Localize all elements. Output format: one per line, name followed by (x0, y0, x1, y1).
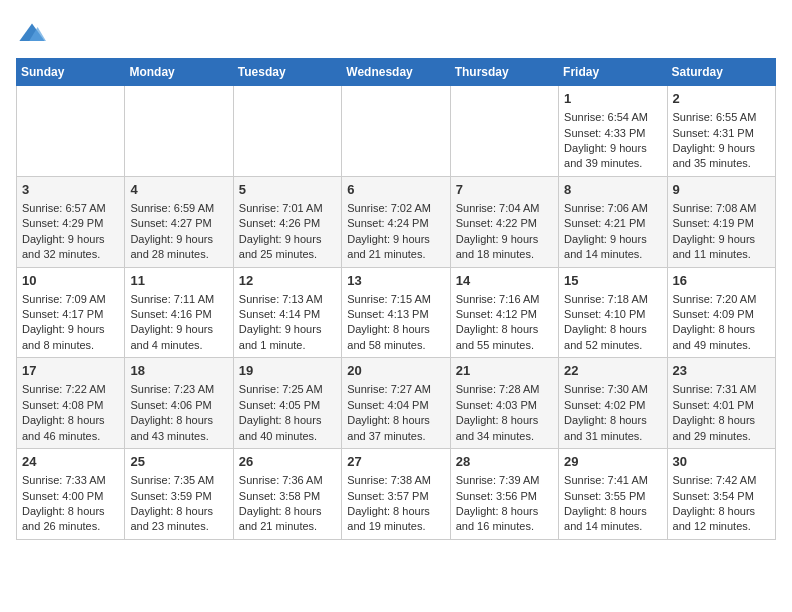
day-info: and 55 minutes. (456, 338, 553, 353)
day-info: and 28 minutes. (130, 247, 227, 262)
day-info: and 39 minutes. (564, 156, 661, 171)
day-info: Sunset: 4:12 PM (456, 307, 553, 322)
day-info: Sunset: 4:05 PM (239, 398, 336, 413)
day-info: Sunrise: 7:09 AM (22, 292, 119, 307)
day-info: Sunset: 4:01 PM (673, 398, 770, 413)
day-info: and 14 minutes. (564, 247, 661, 262)
day-number: 20 (347, 362, 444, 380)
day-number: 26 (239, 453, 336, 471)
day-info: Daylight: 8 hours (239, 413, 336, 428)
calendar-day-cell: 6Sunrise: 7:02 AMSunset: 4:24 PMDaylight… (342, 176, 450, 267)
day-info: and 52 minutes. (564, 338, 661, 353)
day-info: and 18 minutes. (456, 247, 553, 262)
day-number: 30 (673, 453, 770, 471)
calendar-day-cell: 18Sunrise: 7:23 AMSunset: 4:06 PMDayligh… (125, 358, 233, 449)
calendar-week-row: 24Sunrise: 7:33 AMSunset: 4:00 PMDayligh… (17, 449, 776, 540)
day-info: Daylight: 8 hours (347, 413, 444, 428)
logo (16, 20, 46, 48)
day-info: Sunrise: 6:54 AM (564, 110, 661, 125)
day-info: Sunset: 4:06 PM (130, 398, 227, 413)
day-info: and 29 minutes. (673, 429, 770, 444)
day-info: Sunrise: 7:15 AM (347, 292, 444, 307)
day-info: Sunset: 4:22 PM (456, 216, 553, 231)
day-info: Sunrise: 7:22 AM (22, 382, 119, 397)
day-info: Daylight: 8 hours (564, 322, 661, 337)
calendar-header-tuesday: Tuesday (233, 59, 341, 86)
day-info: and 32 minutes. (22, 247, 119, 262)
day-number: 6 (347, 181, 444, 199)
day-info: Daylight: 8 hours (130, 413, 227, 428)
day-number: 15 (564, 272, 661, 290)
day-info: Sunrise: 7:02 AM (347, 201, 444, 216)
day-info: Sunrise: 7:33 AM (22, 473, 119, 488)
day-number: 7 (456, 181, 553, 199)
calendar-day-cell: 30Sunrise: 7:42 AMSunset: 3:54 PMDayligh… (667, 449, 775, 540)
day-info: Sunset: 4:27 PM (130, 216, 227, 231)
day-info: Daylight: 8 hours (22, 413, 119, 428)
day-info: Sunrise: 7:31 AM (673, 382, 770, 397)
day-info: and 12 minutes. (673, 519, 770, 534)
calendar-day-cell: 5Sunrise: 7:01 AMSunset: 4:26 PMDaylight… (233, 176, 341, 267)
calendar-day-cell: 25Sunrise: 7:35 AMSunset: 3:59 PMDayligh… (125, 449, 233, 540)
day-info: Sunset: 4:19 PM (673, 216, 770, 231)
day-info: Sunset: 3:55 PM (564, 489, 661, 504)
calendar-day-cell: 17Sunrise: 7:22 AMSunset: 4:08 PMDayligh… (17, 358, 125, 449)
day-info: and 37 minutes. (347, 429, 444, 444)
day-info: Daylight: 8 hours (564, 413, 661, 428)
calendar-day-cell: 8Sunrise: 7:06 AMSunset: 4:21 PMDaylight… (559, 176, 667, 267)
day-info: Sunset: 3:56 PM (456, 489, 553, 504)
calendar-day-cell: 23Sunrise: 7:31 AMSunset: 4:01 PMDayligh… (667, 358, 775, 449)
day-info: and 1 minute. (239, 338, 336, 353)
day-info: Daylight: 9 hours (347, 232, 444, 247)
day-number: 4 (130, 181, 227, 199)
calendar-day-cell: 28Sunrise: 7:39 AMSunset: 3:56 PMDayligh… (450, 449, 558, 540)
calendar-day-cell: 13Sunrise: 7:15 AMSunset: 4:13 PMDayligh… (342, 267, 450, 358)
calendar-header-thursday: Thursday (450, 59, 558, 86)
day-info: Sunrise: 7:39 AM (456, 473, 553, 488)
day-number: 19 (239, 362, 336, 380)
day-info: Sunset: 4:00 PM (22, 489, 119, 504)
day-info: Sunset: 4:26 PM (239, 216, 336, 231)
day-info: and 19 minutes. (347, 519, 444, 534)
day-info: Sunset: 3:57 PM (347, 489, 444, 504)
day-info: Sunset: 4:33 PM (564, 126, 661, 141)
day-info: and 34 minutes. (456, 429, 553, 444)
day-info: Sunrise: 7:25 AM (239, 382, 336, 397)
calendar-day-cell: 26Sunrise: 7:36 AMSunset: 3:58 PMDayligh… (233, 449, 341, 540)
day-info: Daylight: 9 hours (239, 322, 336, 337)
day-info: and 35 minutes. (673, 156, 770, 171)
day-number: 3 (22, 181, 119, 199)
day-info: Daylight: 9 hours (130, 322, 227, 337)
day-info: Sunset: 3:58 PM (239, 489, 336, 504)
day-number: 14 (456, 272, 553, 290)
day-info: Daylight: 9 hours (564, 141, 661, 156)
calendar-header-monday: Monday (125, 59, 233, 86)
calendar-day-cell (17, 86, 125, 177)
day-info: Daylight: 9 hours (22, 322, 119, 337)
day-info: and 21 minutes. (347, 247, 444, 262)
day-info: Sunset: 4:21 PM (564, 216, 661, 231)
day-info: Sunset: 3:54 PM (673, 489, 770, 504)
day-info: and 58 minutes. (347, 338, 444, 353)
day-number: 1 (564, 90, 661, 108)
day-number: 27 (347, 453, 444, 471)
calendar-day-cell: 29Sunrise: 7:41 AMSunset: 3:55 PMDayligh… (559, 449, 667, 540)
day-info: Sunset: 4:29 PM (22, 216, 119, 231)
day-number: 24 (22, 453, 119, 471)
calendar-day-cell: 19Sunrise: 7:25 AMSunset: 4:05 PMDayligh… (233, 358, 341, 449)
calendar-day-cell: 11Sunrise: 7:11 AMSunset: 4:16 PMDayligh… (125, 267, 233, 358)
calendar-day-cell: 10Sunrise: 7:09 AMSunset: 4:17 PMDayligh… (17, 267, 125, 358)
day-info: Sunset: 4:16 PM (130, 307, 227, 322)
day-number: 9 (673, 181, 770, 199)
page-header (16, 16, 776, 48)
calendar-header-wednesday: Wednesday (342, 59, 450, 86)
day-number: 12 (239, 272, 336, 290)
day-info: Sunrise: 7:42 AM (673, 473, 770, 488)
calendar-day-cell: 7Sunrise: 7:04 AMSunset: 4:22 PMDaylight… (450, 176, 558, 267)
calendar-day-cell: 4Sunrise: 6:59 AMSunset: 4:27 PMDaylight… (125, 176, 233, 267)
day-info: Daylight: 9 hours (22, 232, 119, 247)
day-number: 5 (239, 181, 336, 199)
calendar-week-row: 3Sunrise: 6:57 AMSunset: 4:29 PMDaylight… (17, 176, 776, 267)
calendar-day-cell: 9Sunrise: 7:08 AMSunset: 4:19 PMDaylight… (667, 176, 775, 267)
day-info: Daylight: 8 hours (22, 504, 119, 519)
